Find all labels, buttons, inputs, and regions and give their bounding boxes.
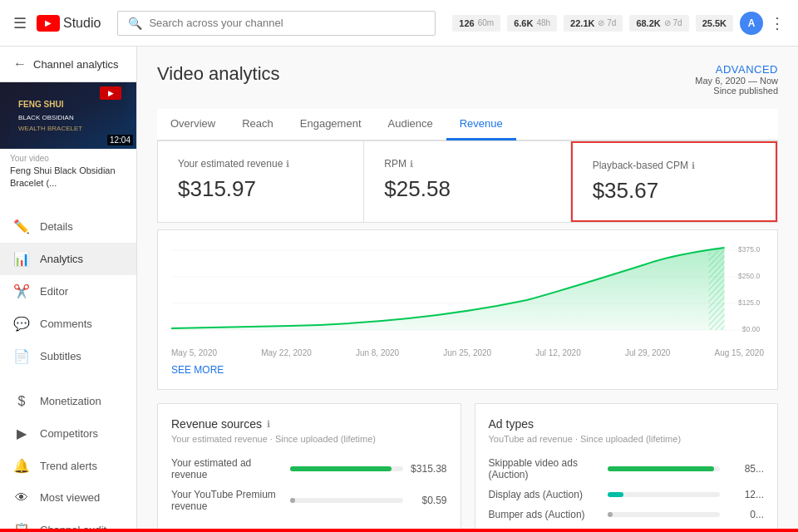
- metric-row-premium-revenue: Your YouTube Premium revenue $0.59: [171, 489, 447, 512]
- ad-types-subtitle: YouTube ad revenue · Since uploaded (lif…: [489, 434, 765, 444]
- premium-revenue-bar-wrap: [290, 498, 402, 503]
- stat-card-rpm: RPM ℹ $25.58: [364, 141, 570, 222]
- sidebar-item-subtitles-label: Subtitles: [40, 350, 81, 362]
- ad-revenue-value: $315.38: [410, 463, 447, 475]
- main-content: Video analytics ADVANCED May 6, 2020 — N…: [137, 47, 798, 532]
- chart-svg: $375.0 $250.0 $125.0 $0.00: [171, 244, 764, 343]
- header: ☰ Studio 🔍 126 60m 6.6K 48h 22.1K ⊘ 7d 6…: [0, 0, 798, 47]
- ad-revenue-bar: [290, 466, 392, 471]
- back-arrow-icon: ←: [13, 57, 27, 71]
- header-right-section: ADVANCED May 6, 2020 — Now Since publish…: [695, 63, 778, 96]
- premium-revenue-bar: [290, 498, 295, 503]
- sidebar-item-subtitles[interactable]: 📄 Subtitles: [0, 340, 136, 372]
- svg-text:FENG SHUI: FENG SHUI: [18, 100, 64, 109]
- video-title: Feng Shui Black Obsidian Bracelet (...: [0, 165, 136, 197]
- thumbnail-image: FENG SHUI BLACK OBSIDIAN WEALTH BRACELET…: [0, 82, 136, 149]
- subtitles-icon: 📄: [13, 348, 30, 364]
- revenue-sources-subtitle: Your estimated revenue · Since uploaded …: [171, 434, 447, 444]
- layout: ← Channel analytics FENG SHUI BL: [0, 47, 798, 532]
- page-header: Video analytics ADVANCED May 6, 2020 — N…: [157, 63, 778, 96]
- sidebar-item-competitors[interactable]: ▶ Competitors: [0, 417, 136, 450]
- stat-pill-4: 68.2K ⊘ 7d: [629, 15, 688, 32]
- info-icon-2[interactable]: ℹ: [410, 159, 413, 170]
- your-video-label: Your video: [0, 149, 136, 165]
- premium-revenue-value: $0.59: [410, 495, 447, 506]
- bottom-cards-row: Revenue sources ℹ Your estimated revenue…: [157, 403, 778, 532]
- sidebar-item-monetization[interactable]: $ Monetization: [0, 386, 136, 417]
- svg-text:WEALTH BRACELET: WEALTH BRACELET: [18, 125, 82, 132]
- bumper-bar-wrap: [608, 512, 720, 517]
- eye-icon: 👁: [13, 490, 30, 505]
- skippable-label: Skippable video ads (Auction): [489, 457, 601, 480]
- stat-label-1: 60m: [478, 18, 494, 27]
- stat-label-3: ⊘ 7d: [598, 18, 616, 27]
- ad-types-title: Ad types: [489, 417, 765, 431]
- tab-engagement[interactable]: Engagement: [287, 109, 375, 140]
- chart-label-3: Jun 8, 2020: [356, 348, 399, 357]
- sidebar-item-comments[interactable]: 💬 Comments: [0, 308, 136, 340]
- skippable-bar-wrap: [608, 466, 720, 471]
- sidebar-item-analytics[interactable]: 📊 Analytics: [0, 243, 136, 275]
- video-thumbnail[interactable]: FENG SHUI BLACK OBSIDIAN WEALTH BRACELET…: [0, 82, 136, 149]
- sidebar-item-editor[interactable]: ✂️ Editor: [0, 275, 136, 308]
- main-inner: Video analytics ADVANCED May 6, 2020 — N…: [137, 47, 798, 532]
- advanced-button[interactable]: ADVANCED: [695, 63, 778, 76]
- estimated-revenue-value: $315.97: [178, 176, 343, 202]
- info-icon-1[interactable]: ℹ: [286, 159, 289, 170]
- metric-row-display: Display ads (Auction) 12...: [489, 489, 765, 500]
- stat-pill-5: 25.5K: [696, 15, 733, 32]
- sidebar-item-details-label: Details: [40, 220, 73, 233]
- stat-value-2: 6.6K: [514, 18, 533, 28]
- bumper-value: 0...: [727, 509, 764, 520]
- comments-icon: 💬: [13, 316, 30, 332]
- sidebar-item-analytics-label: Analytics: [40, 253, 83, 265]
- chart-label-1: May 5, 2020: [171, 348, 217, 357]
- hamburger-icon[interactable]: ☰: [13, 14, 27, 32]
- page-title: Video analytics: [157, 63, 280, 85]
- yt-logo[interactable]: Studio: [37, 15, 101, 32]
- svg-text:$250.0: $250.0: [738, 272, 760, 280]
- tab-audience[interactable]: Audience: [375, 109, 446, 140]
- ad-revenue-label: Your estimated ad revenue: [171, 457, 283, 480]
- sidebar-item-competitors-label: Competitors: [40, 427, 98, 440]
- sidebar-item-trend-alerts-label: Trend alerts: [40, 460, 97, 472]
- skippable-value: 85...: [727, 463, 764, 475]
- svg-text:$125.0: $125.0: [738, 298, 760, 307]
- competitors-icon: ▶: [13, 426, 30, 441]
- metric-row-ad-revenue: Your estimated ad revenue $315.38: [171, 457, 447, 480]
- tab-reach[interactable]: Reach: [229, 109, 287, 140]
- channel-analytics-back[interactable]: ← Channel analytics: [0, 47, 136, 82]
- skippable-bar: [608, 466, 714, 471]
- chart-label-6: Jul 29, 2020: [625, 348, 671, 357]
- since-label: Since published: [695, 86, 778, 96]
- stat-pill-1: 126 60m: [452, 15, 500, 32]
- progress-bar: [0, 529, 798, 532]
- sidebar: ← Channel analytics FENG SHUI BL: [0, 47, 137, 532]
- chart-label-2: May 22, 2020: [261, 348, 312, 357]
- chart-see-more[interactable]: SEE MORE: [171, 364, 224, 376]
- stat-value-1: 126: [459, 18, 474, 28]
- more-options-icon[interactable]: ⋮: [770, 14, 785, 32]
- sidebar-item-details[interactable]: ✏️ Details: [0, 210, 136, 243]
- svg-text:BLACK OBSIDIAN: BLACK OBSIDIAN: [18, 114, 74, 121]
- pencil-icon: ✏️: [13, 219, 30, 234]
- stat-label-2: 48h: [536, 18, 550, 27]
- stat-card-playback-cpm: Playback-based CPM ℹ $35.67: [571, 141, 777, 222]
- info-icon-3[interactable]: ℹ: [692, 160, 695, 171]
- tab-revenue[interactable]: Revenue: [446, 109, 516, 140]
- tab-overview[interactable]: Overview: [157, 109, 229, 140]
- sidebar-item-most-viewed[interactable]: 👁 Most viewed: [0, 482, 136, 514]
- stat-pill-2: 6.6K 48h: [507, 15, 557, 32]
- avatar[interactable]: A: [740, 12, 763, 35]
- search-input[interactable]: [149, 17, 425, 29]
- youtube-icon: [37, 15, 60, 32]
- bell-icon: 🔔: [13, 458, 30, 474]
- display-label: Display ads (Auction): [489, 489, 601, 500]
- sidebar-item-trend-alerts[interactable]: 🔔 Trend alerts: [0, 450, 136, 482]
- chart-x-labels: May 5, 2020 May 22, 2020 Jun 8, 2020 Jun…: [171, 343, 764, 357]
- scissors-icon: ✂️: [13, 283, 30, 299]
- stats-row: Your estimated revenue ℹ $315.97 RPM ℹ $…: [157, 140, 778, 223]
- revenue-sources-info-icon[interactable]: ℹ: [267, 419, 270, 430]
- sidebar-item-comments-label: Comments: [40, 318, 92, 330]
- search-bar[interactable]: 🔍: [117, 11, 436, 36]
